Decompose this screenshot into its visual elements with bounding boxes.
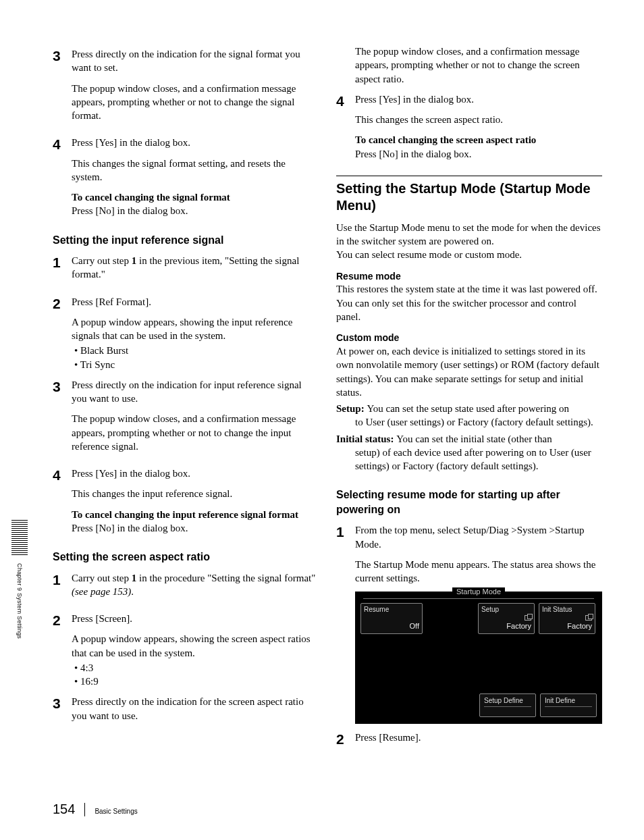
body-text: This changes the signal format setting, …: [72, 157, 319, 184]
definition-setup: Setup: You can set the setup state used …: [336, 402, 602, 429]
bullet-item: Tri Sync: [72, 358, 319, 371]
body-text: Press [No] in the dialog box.: [355, 147, 602, 161]
ui-value: Off: [364, 621, 419, 631]
ui-label: Init Status: [542, 605, 592, 614]
body-text: You can set the setup state used after p…: [367, 403, 569, 414]
body-text: The popup window closes, and a confirmat…: [72, 82, 319, 123]
ui-label: Setup: [481, 605, 531, 614]
body-text: A popup window appears, showing the scre…: [72, 632, 319, 660]
body-text: Press [Ref Format].: [72, 295, 319, 309]
body-text: You can set the initial state (other tha…: [396, 434, 552, 444]
ui-setup-define-button: Setup Define: [479, 693, 536, 718]
step-number: 1: [53, 571, 72, 606]
sub-instruction: To cancel changing the input reference s…: [72, 508, 319, 535]
side-chapter-tab: Chapter 9 System Settings: [9, 520, 30, 639]
step-2: 2 Press [Screen]. A popup window appears…: [53, 612, 319, 688]
step-number: 2: [336, 731, 355, 751]
body-text: Carry out step 1 in the procedure "Setti…: [72, 571, 319, 599]
body-text: At power on, each device is initialized …: [336, 344, 602, 399]
body-text: From the top menu, select Setup/Diag >Sy…: [355, 523, 602, 551]
footer-divider: [84, 803, 85, 816]
heading-aspect-ratio: Setting the screen aspect ratio: [53, 550, 319, 565]
body-text: Press [Screen].: [72, 612, 319, 625]
window-icon: [525, 615, 531, 621]
step-4: 4 Press [Yes] in the dialog box. This ch…: [53, 136, 319, 217]
page-number: 154: [53, 800, 75, 818]
definition-term: Initial status:: [336, 434, 396, 444]
step-number: 2: [53, 295, 72, 371]
step-3: 3 Press directly on the indication for t…: [53, 695, 319, 729]
body-text: Press [Resume].: [355, 731, 602, 744]
ui-init-define-button: Init Define: [540, 693, 597, 718]
sub-heading: To cancel changing the input reference s…: [72, 508, 319, 521]
definition-initial-status: Initial status: You can set the initial …: [336, 432, 602, 473]
body-text: You can select resume mode or custom mod…: [336, 248, 602, 261]
step-1: 1 From the top menu, select Setup/Diag >…: [336, 523, 602, 724]
left-column: 3 Press directly on the indication for t…: [53, 41, 319, 752]
heading-selecting-resume: Selecting resume mode for starting up af…: [336, 488, 602, 517]
ui-panel-title: Startup Mode: [355, 591, 602, 601]
step-number: 4: [53, 136, 72, 217]
footer-section: Basic Settings: [95, 807, 137, 816]
step-2: 2 Press [Ref Format]. A popup window app…: [53, 295, 319, 371]
body-text: Press directly on the indication for the…: [72, 695, 319, 723]
ui-label: Resume: [364, 605, 419, 614]
side-tab-marker: [11, 520, 28, 556]
sub-instruction: To cancel changing the screen aspect rat…: [355, 133, 602, 161]
step-4: 4 Press [Yes] in the dialog box. This ch…: [336, 93, 602, 161]
definition-term: Setup:: [336, 403, 367, 414]
step-number: 1: [53, 254, 72, 288]
body-text: Press [Yes] in the dialog box.: [72, 136, 319, 149]
heading-input-reference: Setting the input reference signal: [53, 233, 319, 248]
ui-value: Factory: [542, 621, 592, 631]
step-number: 4: [336, 93, 355, 161]
heading-custom-mode: Custom mode: [336, 332, 602, 344]
sub-heading: To cancel changing the signal format: [72, 190, 319, 204]
step-2: 2 Press [Resume].: [336, 731, 602, 751]
step-4: 4 Press [Yes] in the dialog box. This ch…: [53, 467, 319, 535]
body-text: Carry out step 1 in the previous item, "…: [72, 254, 319, 282]
ui-value: Factory: [481, 621, 531, 631]
bullet-item: 16:9: [72, 675, 319, 688]
step-1: 1 Carry out step 1 in the previous item,…: [53, 254, 319, 288]
step-3: 3 Press directly on the indication for t…: [53, 47, 319, 129]
side-tab-text: Chapter 9 System Settings: [16, 563, 24, 639]
body-text: to User (user settings) or Factory (fact…: [336, 415, 602, 429]
page-footer: 154 Basic Settings: [53, 800, 138, 818]
body-text: The Startup Mode menu appears. The statu…: [355, 558, 602, 585]
body-text: setup) of each device used after powerin…: [336, 446, 602, 473]
step-3: 3 Press directly on the indication for i…: [53, 378, 319, 460]
heading-resume-mode: Resume mode: [336, 270, 602, 283]
body-text: The popup window closes, and a confirmat…: [336, 45, 602, 86]
heading-startup-mode: Setting the Startup Mode (Startup Mode M…: [336, 176, 602, 214]
step-number: 1: [336, 523, 355, 724]
sub-heading: To cancel changing the screen aspect rat…: [355, 133, 602, 147]
body-text: Press directly on the indication for the…: [72, 47, 319, 75]
step-number: 3: [53, 695, 72, 729]
body-text: Use the Startup Mode menu to set the mod…: [336, 221, 602, 248]
right-column: The popup window closes, and a confirmat…: [336, 41, 602, 752]
startup-mode-screenshot: Startup Mode Resume Off Setup Factory: [355, 592, 602, 724]
step-1: 1 Carry out step 1 in the procedure "Set…: [53, 571, 319, 606]
bullet-item: 4:3: [72, 661, 319, 675]
step-number: 3: [53, 47, 72, 129]
window-icon: [585, 615, 592, 621]
sub-instruction: To cancel changing the signal format Pre…: [72, 190, 319, 218]
body-text: Press [No] in the dialog box.: [72, 521, 319, 535]
body-text: Press [Yes] in the dialog box.: [355, 93, 602, 106]
ui-init-status-box: Init Status Factory: [539, 603, 595, 634]
body-text: Press [Yes] in the dialog box.: [72, 467, 319, 480]
body-text: Press directly on the indication for inp…: [72, 378, 319, 406]
body-text: A popup window appears, showing the inpu…: [72, 315, 319, 343]
body-text: This changes the screen aspect ratio.: [355, 113, 602, 126]
step-number: 4: [53, 467, 72, 535]
two-column-layout: 3 Press directly on the indication for t…: [53, 41, 602, 752]
body-text: This changes the input reference signal.: [72, 487, 319, 500]
bullet-item: Black Burst: [72, 344, 319, 357]
body-text: Press [No] in the dialog box.: [72, 204, 319, 217]
step-number: 2: [53, 612, 72, 688]
body-text: The popup window closes, and a confirmat…: [72, 412, 319, 453]
ui-setup-box: Setup Factory: [478, 603, 535, 634]
ui-resume-box: Resume Off: [360, 603, 423, 634]
step-number: 3: [53, 378, 72, 460]
